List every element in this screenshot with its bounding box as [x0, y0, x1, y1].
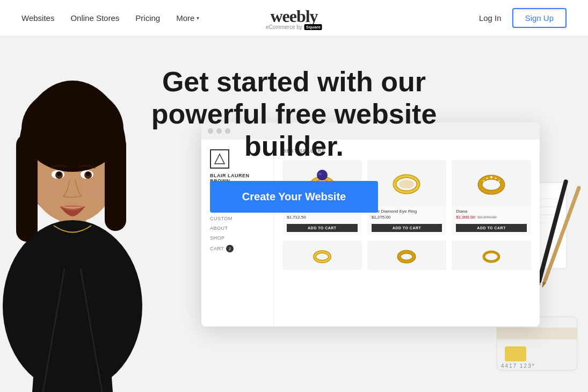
sidebar-nav-cart[interactable]: CART 2 [210, 243, 265, 255]
add-to-cart-btn-1[interactable]: ADD TO CART [287, 224, 358, 232]
svg-rect-49 [505, 346, 526, 361]
svg-marker-46 [541, 281, 547, 289]
cart-count-badge: 2 [226, 245, 234, 252]
hero-section: Get started with our powerful free websi… [0, 37, 588, 392]
product-price-2: $1,275.00 [372, 215, 442, 220]
nav-more[interactable]: More ▾ [176, 13, 199, 23]
hero-headline: Get started with our powerful free websi… [0, 37, 588, 213]
add-to-cart-btn-2[interactable]: ADD TO CART [372, 224, 442, 232]
sidebar-nav-custom[interactable]: CUSTOM [210, 214, 265, 223]
chevron-down-icon: ▾ [197, 15, 199, 21]
nav-more-label: More [176, 13, 194, 23]
nav-right: Log In Sign Up [479, 8, 567, 28]
product-price-1: $1,712.50 [287, 215, 358, 220]
logo: weebly eCommerce by Square [266, 6, 322, 30]
svg-rect-48 [497, 328, 577, 339]
product-price-3: $1,900.00 $2,299.00 [456, 215, 527, 220]
nav-left: Websites Online Stores Pricing More ▾ [21, 13, 199, 23]
ring-partial-3 [481, 245, 502, 266]
logo-tagline: eCommerce by Square [266, 24, 322, 30]
sidebar-nav-about[interactable]: ABOUT [210, 223, 265, 233]
svg-point-37 [484, 252, 499, 262]
product-partial-3 [452, 241, 531, 270]
nav-pricing[interactable]: Pricing [135, 13, 160, 23]
product-partial-2 [367, 241, 447, 270]
signup-button[interactable]: Sign Up [512, 8, 567, 28]
add-to-cart-btn-3[interactable]: ADD TO CART [456, 224, 527, 232]
price-original-3: $2,299.00 [477, 215, 497, 220]
nav-online-stores[interactable]: Online Stores [70, 13, 119, 23]
product-partial-1 [282, 241, 362, 270]
cart-label: CART [210, 246, 224, 251]
logo-name: weebly [266, 6, 322, 26]
header: Websites Online Stores Pricing More ▾ we… [0, 0, 588, 37]
sidebar-nav-shop[interactable]: SHOP [210, 233, 265, 243]
price-sale-3: $1,900.00 [456, 215, 475, 220]
products-row2 [282, 241, 531, 270]
nav-websites[interactable]: Websites [21, 13, 54, 23]
square-badge: Square [304, 24, 322, 30]
ring-partial-2 [396, 245, 417, 266]
cta-button[interactable]: Create Your Website [210, 181, 378, 213]
ring-partial-1 [311, 245, 333, 266]
svg-text:4417 123*: 4417 123* [501, 363, 535, 369]
login-button[interactable]: Log In [479, 13, 502, 23]
hero-title: Get started with our powerful free websi… [106, 66, 482, 162]
